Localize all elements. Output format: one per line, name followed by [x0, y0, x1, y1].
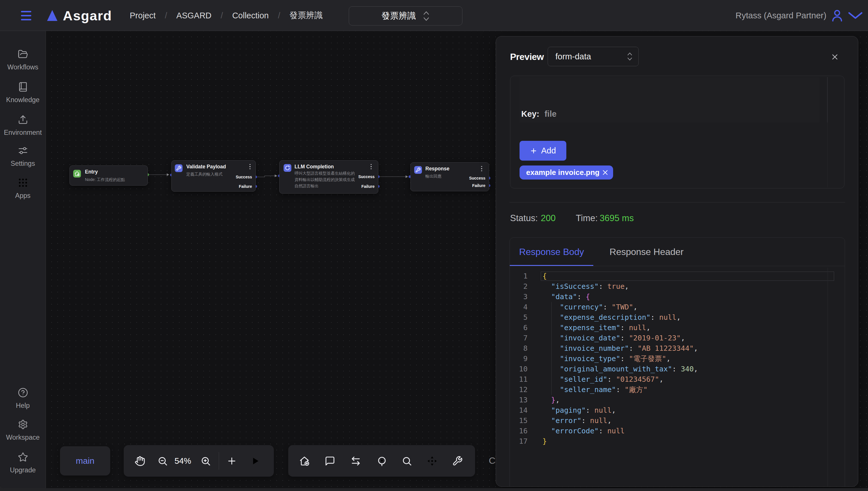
code-token: , — [681, 334, 685, 342]
app-title: Asgard — [63, 8, 112, 24]
kebab-dot — [481, 168, 482, 169]
add-button[interactable] — [224, 453, 240, 469]
format-select[interactable]: form-data — [548, 47, 639, 66]
swap-icon — [350, 456, 361, 466]
code-token — [543, 292, 551, 301]
breadcrumb-item[interactable]: 發票辨識 — [289, 10, 323, 21]
code-text: "invoice_date": "2019-01-23", — [543, 333, 685, 343]
house-plus-button[interactable] — [296, 453, 312, 469]
formdata-box: Key: file Add example invoice.png — [510, 76, 844, 189]
code-token: null — [607, 427, 625, 435]
sidebar-item-label: Settings — [10, 160, 35, 168]
search-icon — [402, 456, 412, 466]
port-label-failure: Failure — [361, 184, 375, 189]
port-label-success: Success — [358, 174, 375, 179]
zoom-in-button[interactable] — [197, 453, 214, 469]
code-text: "seller_name": "廠方" — [543, 384, 648, 395]
sidebar-item-apps[interactable]: Apps — [0, 177, 46, 200]
zoom-out-icon — [157, 456, 168, 466]
line-number: 6 — [510, 323, 527, 333]
scrollbar-thumb[interactable] — [827, 77, 828, 122]
code-token: "invoice_date" — [560, 334, 620, 342]
kebab-dot — [249, 168, 251, 170]
menu-icon[interactable] — [21, 11, 31, 22]
code-text: "paging": null, — [543, 405, 616, 415]
file-chip[interactable]: example invoice.png — [519, 166, 613, 179]
sidebar-item-label: Workflows — [7, 63, 38, 71]
workflow-select[interactable]: 發票辨識 — [349, 6, 462, 26]
file-chip-remove-button[interactable] — [600, 167, 611, 178]
response-body-code[interactable]: 1{2 "isSuccess": true,3 "data": {4 "curr… — [510, 266, 845, 487]
code-token: "data" — [551, 292, 577, 301]
code-token: : — [620, 334, 629, 342]
sidebar-item-upgrade[interactable]: Upgrade — [0, 452, 46, 474]
code-text: "seller_id": "01234567", — [543, 374, 663, 384]
search-button[interactable] — [399, 453, 415, 469]
account-menu[interactable]: Rytass (Asgard Partner) — [736, 0, 863, 31]
formdata-preview-area — [519, 77, 819, 122]
code-line: 8 "invoice_number": "AB 11223344", — [510, 343, 845, 354]
sidebar-item-workspace[interactable]: Workspace — [0, 419, 46, 441]
port-label-failure: Failure — [472, 183, 485, 188]
tab-response-header[interactable]: Response Header — [600, 238, 693, 266]
locate-icon — [377, 456, 387, 466]
node-llm-completion[interactable]: LLM Completion呼叫大型語言模型並產生結構化的資料輸出以輔助流程的決… — [279, 160, 378, 194]
unfold-icon — [423, 10, 430, 22]
app-window: Asgard Project/ASGARD/Collection/發票辨識 發票… — [0, 0, 868, 488]
node-toolbar — [288, 445, 475, 476]
code-token: , — [666, 354, 671, 363]
add-file-button[interactable]: Add — [519, 141, 566, 161]
code-token: , — [694, 365, 698, 373]
sidebar-item-label: Workspace — [6, 434, 39, 441]
code-token: "expense_item" — [560, 323, 620, 332]
panel-close-button[interactable] — [830, 52, 840, 62]
zoom-level: 54% — [174, 456, 191, 466]
wrench-button[interactable] — [449, 453, 465, 469]
kebab-dot — [481, 170, 482, 172]
breadcrumb-item[interactable]: Collection — [232, 11, 269, 20]
kebab-dot — [249, 166, 251, 167]
node-validate-payload[interactable]: Validate Payload定義工具的輸入格式SuccessFailure — [171, 160, 256, 192]
sidebar-item-workflows[interactable]: Workflows — [0, 49, 46, 71]
code-token — [543, 416, 551, 425]
sidebar-item-environment[interactable]: Environment — [0, 114, 46, 137]
run-button[interactable] — [247, 453, 263, 469]
line-number: 9 — [510, 354, 527, 364]
sidebar-item-label: Upgrade — [10, 466, 35, 474]
move-button[interactable] — [424, 453, 440, 469]
code-text: "invoice_type": "電子發票", — [543, 354, 671, 364]
swap-button[interactable] — [348, 453, 364, 469]
locate-button[interactable] — [374, 453, 390, 469]
pan-tool-button[interactable] — [132, 453, 148, 469]
branch-button[interactable]: main — [60, 446, 110, 475]
house-plus-icon — [299, 456, 310, 466]
node-response[interactable]: Response輸出回應SuccessFailure — [410, 162, 489, 191]
sidebar-item-knowledge[interactable]: Knowledge — [0, 82, 46, 104]
code-text: "currency": "TWD", — [543, 302, 638, 312]
code-line: 6 "expense_item": null, — [510, 323, 845, 333]
node-subtitle: Node: 工作流程的起點 — [85, 176, 145, 183]
node-entry[interactable]: EntryNode: 工作流程的起點 — [70, 166, 148, 185]
breadcrumb-item[interactable]: ASGARD — [176, 11, 211, 20]
tab-response-body[interactable]: Response Body — [510, 238, 593, 266]
comment-icon — [325, 456, 335, 466]
sidebar-item-settings[interactable]: Settings — [0, 145, 46, 168]
key-label: Key: — [521, 109, 539, 118]
editor-scrollbar[interactable] — [828, 267, 828, 487]
code-line: 14 "paging": null, — [510, 405, 845, 415]
node-menu-icon[interactable] — [247, 163, 252, 170]
chevron-down-icon — [848, 12, 863, 19]
indent-guide — [551, 302, 552, 395]
node-menu-icon[interactable] — [479, 165, 484, 172]
node-icon — [414, 166, 422, 174]
node-menu-icon[interactable] — [369, 163, 374, 170]
line-number: 2 — [510, 281, 527, 292]
code-token: "original_amount_with_tax" — [560, 365, 672, 373]
code-text: "original_amount_with_tax": 340, — [543, 364, 698, 374]
comment-button[interactable] — [322, 453, 338, 469]
sidebar-item-help[interactable]: Help — [0, 387, 46, 409]
breadcrumb-item[interactable]: Project — [130, 11, 156, 20]
zoom-out-button[interactable] — [155, 453, 170, 469]
line-number: 5 — [510, 312, 527, 323]
close-icon — [602, 170, 608, 175]
